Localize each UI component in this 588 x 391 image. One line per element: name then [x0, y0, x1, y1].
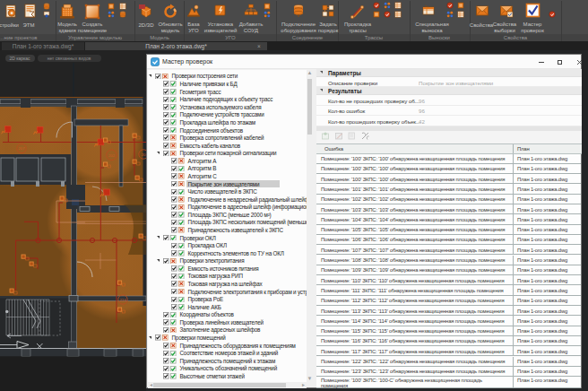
svg-text:нет связанных видов: нет связанных видов [48, 56, 91, 61]
svg-text:202: 202 [108, 153, 116, 158]
svg-text:224: 224 [120, 298, 127, 302]
svg-text:207: 207 [19, 146, 26, 151]
svg-text:2D каркас: 2D каркас [9, 56, 30, 61]
